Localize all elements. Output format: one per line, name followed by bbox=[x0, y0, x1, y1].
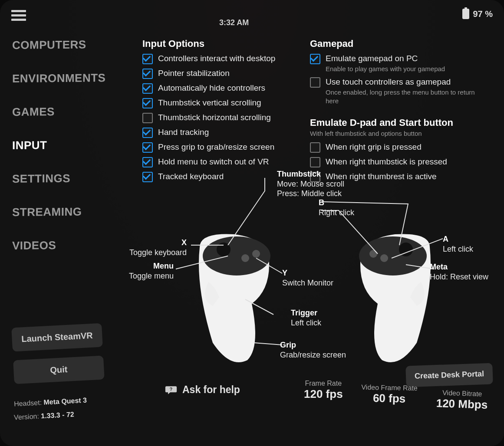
diagram-trigger-sub: Left click bbox=[291, 318, 321, 327]
create-desk-portal-button[interactable]: Create Desk Portal bbox=[405, 363, 493, 387]
diagram-b-sub: Right click bbox=[319, 208, 354, 217]
svg-point-6 bbox=[380, 254, 388, 262]
dpad-option-checkbox-0[interactable] bbox=[310, 142, 320, 153]
sidebar-item-settings[interactable]: SETTINGS bbox=[12, 171, 105, 186]
diagram-thumbstick-l2: Press: Middle click bbox=[277, 189, 342, 198]
input-option-checkbox-4[interactable] bbox=[142, 113, 153, 123]
diagram-x-title: X bbox=[181, 238, 187, 247]
diagram-grip-title: Grip bbox=[280, 341, 296, 349]
frame-rate-label: Frame Rate bbox=[304, 380, 343, 387]
video-frame-rate-label: Video Frame Rate bbox=[361, 384, 418, 392]
help-chat-icon: ? bbox=[165, 385, 177, 395]
ask-for-help-label: Ask for help bbox=[182, 384, 240, 396]
svg-point-3 bbox=[252, 250, 260, 258]
gamepad-option-sub-1: Once enabled, long press the menu button… bbox=[326, 88, 488, 105]
gamepad-heading: Gamepad bbox=[310, 38, 488, 49]
svg-point-7 bbox=[369, 250, 377, 258]
input-option-checkbox-7[interactable] bbox=[142, 157, 153, 167]
diagram-meta-title: Meta bbox=[430, 262, 448, 271]
dpad-heading: Emulate D-pad and Start button bbox=[310, 117, 488, 128]
video-frame-rate-value: 60 fps bbox=[361, 391, 418, 406]
input-option-label-5: Hand tracking bbox=[158, 128, 209, 138]
menu-hamburger-icon[interactable] bbox=[11, 8, 26, 23]
sidebar-item-environments[interactable]: ENVIRONMENTS bbox=[12, 71, 105, 85]
input-option-label-2: Automatically hide controllers bbox=[158, 83, 265, 93]
diagram-a-title: A bbox=[443, 235, 448, 243]
video-bitrate-value: 120 Mbps bbox=[436, 397, 488, 412]
version-info-label: Version: bbox=[14, 413, 40, 421]
launch-steamvr-button[interactable]: Launch SteamVR bbox=[11, 323, 103, 352]
diagram-y-title: Y bbox=[282, 269, 287, 277]
diagram-y-sub: Switch Monitor bbox=[282, 279, 333, 287]
quit-button[interactable]: Quit bbox=[13, 356, 105, 384]
sidebar-item-input[interactable]: INPUT bbox=[12, 138, 105, 152]
clock-time: 3:32 AM bbox=[219, 18, 249, 27]
diagram-b-title: B bbox=[319, 198, 324, 207]
diagram-a-sub: Left click bbox=[443, 245, 473, 253]
diagram-menu-sub: Toggle menu bbox=[129, 272, 174, 280]
battery-icon bbox=[462, 9, 469, 19]
input-option-checkbox-1[interactable] bbox=[142, 69, 153, 79]
gamepad-option-checkbox-1[interactable] bbox=[310, 77, 320, 88]
input-option-checkbox-3[interactable] bbox=[142, 98, 153, 108]
input-option-checkbox-5[interactable] bbox=[142, 128, 153, 138]
input-option-checkbox-2[interactable] bbox=[142, 83, 153, 94]
svg-point-4 bbox=[359, 236, 427, 275]
input-option-label-6: Press grip to grab/resize screen bbox=[158, 142, 274, 152]
gamepad-section: Gamepad Emulate gamepad on PCEnable to p… bbox=[310, 38, 488, 105]
gamepad-option-label-1: Use touch controllers as gamepad bbox=[326, 77, 488, 87]
diagram-trigger-title: Trigger bbox=[291, 308, 317, 317]
sidebar-nav: COMPUTERS ENVIRONMENTS GAMES INPUT SETTI… bbox=[12, 38, 105, 272]
diagram-thumbstick-l1: Move: Mouse scroll bbox=[277, 180, 344, 188]
input-options-heading: Input Options bbox=[142, 38, 299, 49]
input-option-label-7: Hold menu to switch out of VR bbox=[158, 157, 269, 167]
dpad-option-checkbox-1[interactable] bbox=[310, 157, 320, 167]
battery-indicator: 97 % bbox=[462, 9, 493, 19]
input-option-label-0: Controllers interact with desktop bbox=[158, 54, 275, 64]
svg-point-2 bbox=[241, 254, 249, 262]
input-option-label-1: Pointer stabilization bbox=[158, 69, 230, 79]
input-option-label-3: Thumbstick vertical scrolling bbox=[158, 98, 261, 108]
dpad-option-label-1: When right thumbstick is pressed bbox=[326, 157, 447, 167]
gamepad-option-sub-0: Enable to play games with your gamepad bbox=[326, 65, 445, 73]
input-options-section: Input Options Controllers interact with … bbox=[142, 38, 299, 182]
frame-rate-value: 120 fps bbox=[304, 387, 343, 401]
diagram-thumbstick-title: Thumbstick bbox=[277, 170, 321, 178]
sidebar-item-videos[interactable]: VIDEOS bbox=[12, 238, 105, 253]
ask-for-help-button[interactable]: ? Ask for help bbox=[165, 384, 240, 396]
gamepad-option-label-0: Emulate gamepad on PC bbox=[326, 54, 445, 64]
diagram-menu-title: Menu bbox=[153, 262, 174, 270]
svg-text:?: ? bbox=[170, 386, 172, 391]
sidebar-item-computers[interactable]: COMPUTERS bbox=[12, 38, 105, 52]
gamepad-option-checkbox-0[interactable] bbox=[310, 54, 320, 64]
diagram-meta-sub: Hold: Reset view bbox=[430, 272, 488, 281]
sidebar-item-streaming[interactable]: STREAMING bbox=[12, 205, 105, 219]
input-option-checkbox-6[interactable] bbox=[142, 142, 153, 153]
version-info-value: 1.33.3 - 72 bbox=[41, 410, 74, 420]
dpad-option-label-0: When right grip is pressed bbox=[326, 142, 422, 152]
headset-info-value: Meta Quest 3 bbox=[43, 397, 87, 406]
battery-percent: 97 % bbox=[473, 9, 493, 19]
diagram-grip-sub: Grab/resize screen bbox=[280, 351, 346, 359]
svg-point-0 bbox=[203, 236, 270, 275]
headset-info-label: Headset: bbox=[14, 399, 42, 407]
input-option-label-4: Thumbstick horizontal scrolling bbox=[158, 113, 271, 123]
controller-diagram: Thumbstick Move: Mouse scroll Press: Mid… bbox=[130, 169, 499, 373]
input-option-checkbox-0[interactable] bbox=[142, 54, 153, 64]
diagram-x-sub: Toggle keyboard bbox=[129, 248, 187, 257]
sidebar-item-games[interactable]: GAMES bbox=[12, 105, 105, 119]
dpad-subheading: With left thumbstick and options button bbox=[310, 129, 488, 138]
